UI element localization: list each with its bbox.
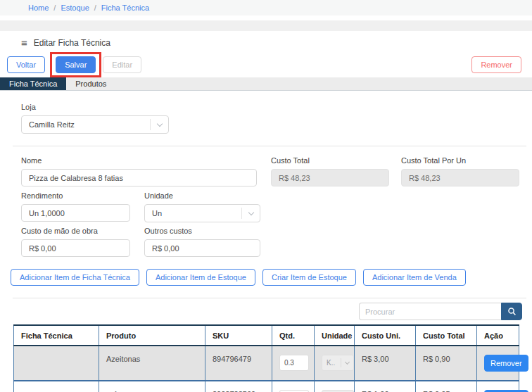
custo-total-label: Custo Total — [271, 156, 389, 165]
tab-produtos[interactable]: Produtos — [66, 77, 115, 90]
section-divider — [13, 146, 526, 146]
app-window: Home / Estoque / Ficha Técnica ≡ Editar … — [0, 0, 532, 392]
custo-total-por-un-input — [401, 169, 519, 186]
annotation-highlight-box: Salvar — [50, 52, 101, 77]
loja-selected-value: Camilla Reitz — [22, 120, 150, 129]
row-remover-button[interactable]: Remover — [484, 355, 528, 372]
form-grid: Nome Custo Total Custo Total Por Un Rend… — [0, 156, 532, 259]
nome-label: Nome — [21, 156, 257, 165]
magnifier-icon — [507, 307, 517, 316]
cell-ficha-tecnica — [14, 381, 99, 392]
adicionar-item-venda-button[interactable]: Adicionar Item de Venda — [363, 269, 466, 286]
custo-total-por-un-label: Custo Total Por Un — [401, 156, 519, 165]
qtd-input[interactable] — [279, 355, 309, 371]
unidade-selected-value: Un — [145, 209, 241, 217]
tab-ficha-tecnica[interactable]: Ficha Técnica — [0, 77, 66, 90]
outros-custos-input[interactable] — [144, 239, 260, 257]
cell-custo-total: R$ 0,90 — [416, 346, 477, 381]
nome-field-group: Nome — [21, 156, 257, 186]
cell-ficha-tecnica — [14, 346, 99, 381]
custo-mao-de-obra-input[interactable] — [21, 239, 130, 257]
breadcrumb-separator: / — [53, 4, 56, 12]
col-header-qtd: Qtd. — [272, 325, 315, 346]
search-input[interactable] — [359, 303, 501, 320]
salvar-button[interactable]: Salvar — [56, 56, 96, 73]
search-button[interactable] — [501, 303, 522, 320]
unidade-mini-select[interactable]: K.. — [322, 355, 354, 371]
outros-custos-field-group: Outros custos — [144, 227, 260, 257]
custo-total-input — [271, 169, 389, 186]
section-divider — [13, 298, 526, 298]
loja-label: Loja — [21, 103, 169, 111]
top-gray-band — [0, 20, 532, 31]
loja-select[interactable]: Camilla Reitz — [21, 115, 169, 134]
breadcrumb-link-home[interactable]: Home — [28, 4, 49, 12]
col-header-custo-total: Custo Total — [416, 325, 477, 346]
col-header-sku: SKU — [205, 325, 272, 346]
custo-mao-de-obra-label: Custo de mão de obra — [21, 227, 130, 235]
unidade-mini-value: K.. — [322, 359, 341, 367]
cell-custo-total: R$ 0,05 — [416, 381, 477, 392]
page-header: ≡ Editar Ficha Técnica — [21, 38, 532, 48]
criar-item-estoque-button[interactable]: Criar Item de Estoque — [262, 269, 356, 286]
table-row: orégano 2002728569 K.. R$ 1,00 R$ 0,05 R… — [14, 381, 519, 392]
remover-button[interactable]: Remover — [471, 56, 521, 73]
col-header-unidade: Unidade — [315, 325, 355, 346]
rendimento-label: Rendimento — [21, 191, 130, 200]
item-actions-row: Adicionar Item de Ficha Técnica Adiciona… — [11, 269, 532, 286]
table-search-row — [0, 303, 522, 320]
outros-custos-label: Outros custos — [144, 227, 260, 235]
cell-custo-uni: R$ 3,00 — [355, 346, 416, 381]
toolbar: Voltar Salvar Editar Remover — [7, 56, 525, 73]
cell-sku: 2002728569 — [205, 381, 272, 392]
custo-total-por-un-field-group: Custo Total Por Un — [401, 156, 519, 186]
nome-input[interactable] — [21, 169, 257, 186]
col-header-ficha-tecnica: Ficha Técnica — [14, 325, 99, 346]
breadcrumb-separator: / — [94, 4, 96, 12]
voltar-button[interactable]: Voltar — [7, 56, 45, 73]
loja-field-group: Loja Camilla Reitz — [21, 103, 169, 134]
breadcrumb-link-ficha-tecnica[interactable]: Ficha Técnica — [101, 4, 149, 12]
itens-table: Ficha Técnica Produto SKU Qtd. Unidade C… — [13, 324, 519, 392]
chevron-down-icon — [241, 208, 260, 219]
chevron-down-icon — [341, 358, 353, 367]
spacer — [0, 15, 532, 20]
cell-produto: Azeitonas — [99, 346, 205, 381]
cell-produto: orégano — [99, 381, 205, 392]
adicionar-item-ficha-tecnica-button[interactable]: Adicionar Item de Ficha Técnica — [11, 269, 139, 286]
chevron-down-icon — [150, 119, 168, 130]
custo-total-field-group: Custo Total — [271, 156, 389, 186]
rendimento-field-group: Rendimento — [21, 191, 130, 222]
cell-sku: 894796479 — [205, 346, 272, 381]
col-header-custo-uni: Custo Uni. — [355, 325, 416, 346]
custo-mao-de-obra-field-group: Custo de mão de obra — [21, 227, 130, 257]
breadcrumb-link-estoque[interactable]: Estoque — [61, 4, 89, 12]
breadcrumb: Home / Estoque / Ficha Técnica — [0, 0, 532, 15]
table-row: Azeitonas 894796479 K.. R$ 3,00 R$ 0,90 … — [14, 346, 519, 381]
unidade-field-group: Unidade Un — [144, 191, 260, 222]
table-header-row: Ficha Técnica Produto SKU Qtd. Unidade C… — [14, 325, 519, 346]
tab-bar: Ficha Técnica Produtos — [0, 77, 532, 91]
adicionar-item-estoque-button[interactable]: Adicionar Item de Estoque — [146, 269, 255, 286]
rendimento-input[interactable] — [21, 204, 130, 222]
col-header-produto: Produto — [99, 325, 205, 346]
editar-button[interactable]: Editar — [103, 56, 141, 73]
hamburger-menu-icon[interactable]: ≡ — [21, 38, 27, 48]
page-title: Editar Ficha Técnica — [34, 38, 110, 48]
unidade-label: Unidade — [144, 191, 260, 200]
cell-custo-uni: R$ 1,00 — [355, 381, 416, 392]
col-header-acao: Ação — [477, 325, 519, 346]
unidade-select[interactable]: Un — [144, 204, 260, 222]
